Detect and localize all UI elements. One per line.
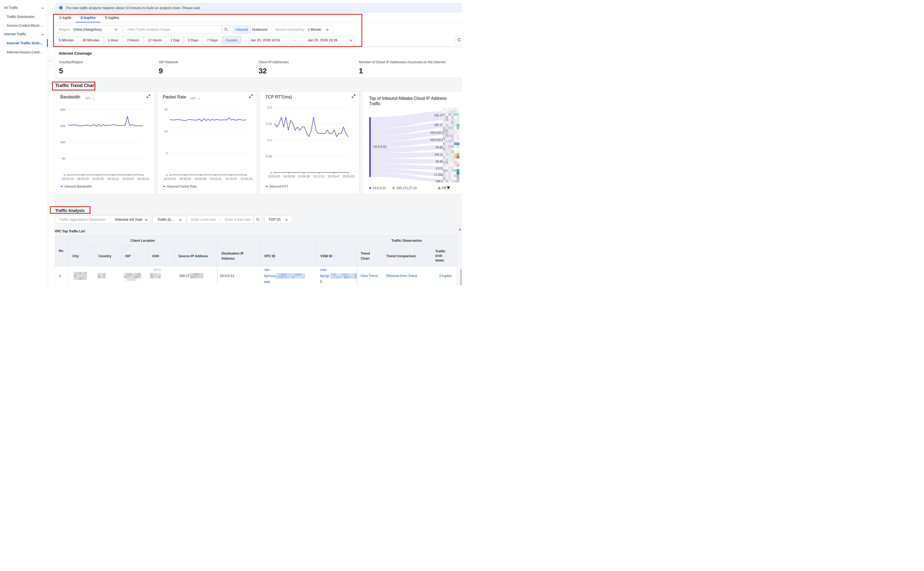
svg-text:19:13:11: 19:13:11 [209,177,222,180]
svg-text:19:06:35: 19:06:35 [194,177,206,180]
svg-text:18:59:59: 18:59:59 [77,177,89,180]
svg-text:19:26:23: 19:26:23 [137,177,149,180]
svg-text:18:59:59: 18:59:59 [179,177,191,180]
svg-text:19:19:47: 19:19:47 [225,177,237,180]
svg-text:203.119.1: 203.119.1 [430,131,443,134]
svg-text:150.17: 150.17 [434,113,443,117]
svg-text:5K: 5K [62,157,65,160]
svg-text:10: 10 [164,130,168,133]
svg-text:19:26:23: 19:26:23 [342,174,354,178]
svg-text:5: 5 [166,151,168,154]
svg-text:20K: 20K [60,108,66,111]
svg-text:15: 15 [164,108,168,111]
svg-text:0: 0 [270,171,272,174]
svg-text:0: 0 [64,173,65,176]
svg-text:19:06:35: 19:06:35 [92,177,104,180]
svg-text:18:59:59: 18:59:59 [283,174,295,178]
svg-text:19:19:47: 19:19:47 [122,177,134,180]
svg-text:15K: 15K [60,124,66,127]
svg-text:17.253: 17.253 [434,173,443,176]
svg-text:19:06:35: 19:06:35 [298,174,310,178]
svg-text:0.1: 0.1 [268,138,272,141]
svg-text:0.05: 0.05 [266,154,272,158]
svg-text:10K: 10K [60,140,66,144]
svg-text:59.82: 59.82 [436,160,443,163]
svg-text:10.0.0.21: 10.0.0.21 [373,145,387,149]
svg-text:150.17: 150.17 [434,123,443,127]
svg-text:0: 0 [166,173,168,176]
svg-text:18:53:23: 18:53:23 [62,177,74,180]
svg-text:19:13:11: 19:13:11 [313,174,325,178]
svg-text:0.15: 0.15 [266,122,272,125]
svg-text:203.119.1: 203.119.1 [430,138,443,141]
svg-text:106.1: 106.1 [436,179,443,182]
svg-text:18:53:23: 18:53:23 [164,177,176,180]
svg-text:19:19:47: 19:19:47 [328,174,340,178]
svg-text:19:26:23: 19:26:23 [240,177,253,180]
svg-text:106.11: 106.11 [434,153,443,156]
svg-text:19:13:11: 19:13:11 [107,177,119,180]
svg-text:18:53:23: 18:53:23 [268,174,280,178]
svg-text:3.171: 3.171 [436,167,443,170]
svg-text:0.2: 0.2 [268,106,272,109]
svg-text:59.82: 59.82 [436,145,443,149]
